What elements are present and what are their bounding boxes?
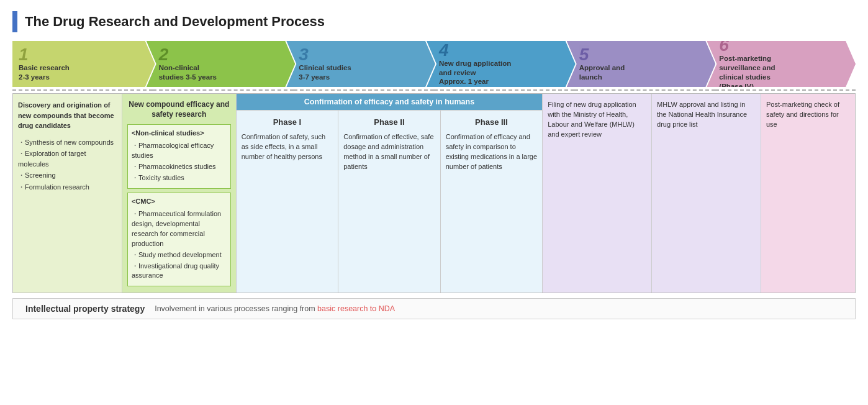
step-1-num: 1 <box>19 46 149 63</box>
bottom-bar-title: Intellectual property strategy <box>25 304 145 314</box>
step-2: 2 Non-clinicalstudies 3-5 years <box>147 41 296 87</box>
col-approval: MHLW approval and listing in the Nationa… <box>652 94 761 293</box>
cmc-bullet-1: Pharmaceutical formulation design, devel… <box>132 209 227 249</box>
col6-text: MHLW approval and listing in the Nationa… <box>657 100 756 130</box>
clinical-header-bar: Confirmation of efficacy and safety in h… <box>237 94 543 111</box>
step-6-label: Post-marketingsurveillance andclinical s… <box>719 54 849 91</box>
phase-2-text: Confirmation of effective, safe dosage a… <box>343 132 435 172</box>
col-postmarketing: Post-marketing check of safety and direc… <box>761 94 855 293</box>
step-5-label: Approval andlaunch <box>579 63 710 82</box>
step-1: 1 Basic research2-3 years <box>12 41 155 87</box>
step-4-num: 4 <box>439 42 569 59</box>
nonclinical-bullets: Pharmacological efficacy studies Pharmac… <box>132 141 227 183</box>
col-new-compound: New compound efficacy and safety researc… <box>122 94 237 293</box>
col5-text: Filing of new drug application with the … <box>548 100 646 140</box>
step-3-label: Clinical studies3-7 years <box>299 63 429 82</box>
nonclinical-bullet-1: Pharmacological efficacy studies <box>132 141 227 161</box>
nonclinical-bullet-3: Toxicity studies <box>132 173 227 183</box>
dotted-cell-5 <box>574 87 715 93</box>
arrow-row: 1 Basic research2-3 years 2 Non-clinical… <box>12 41 856 87</box>
step-3-num: 3 <box>299 46 429 63</box>
dotted-separator <box>12 87 856 93</box>
phase-1-text: Confirmation of safety, such as side eff… <box>242 132 333 162</box>
col1-text: Discovery and origination of new compoun… <box>18 100 117 192</box>
col-basic-research: Discovery and origination of new compoun… <box>13 94 122 293</box>
col-nda: Filing of new drug application with the … <box>543 94 652 293</box>
dotted-cell-3 <box>294 87 434 93</box>
phase-2-title: Phase II <box>343 117 435 129</box>
phase-2-box: Phase II Confirmation of effective, safe… <box>338 111 441 293</box>
dotted-cell-1 <box>12 87 153 93</box>
step-4: 4 New drug applicationand reviewApprox. … <box>427 41 576 87</box>
col7-text: Post-marketing check of safety and direc… <box>766 100 850 130</box>
page-title-row: The Drug Research and Development Proces… <box>12 11 856 32</box>
dotted-cell-2 <box>153 87 293 93</box>
step-2-label: Non-clinicalstudies 3-5 years <box>159 63 289 82</box>
dotted-cell-4 <box>434 87 574 93</box>
combined-clinical: Confirmation of efficacy and safety in h… <box>237 94 543 293</box>
phase-3-box: Phase III Confirmation of efficacy and s… <box>441 111 543 293</box>
cmc-bullet-2: Study method development <box>132 250 227 260</box>
main-content: Discovery and origination of new compoun… <box>12 93 856 293</box>
phase-3-text: Confirmation of efficacy and safety in c… <box>446 132 538 172</box>
phases-row: Phase I Confirmation of safety, such as … <box>237 111 543 293</box>
nonclinical-bullet-2: Pharmacokinetics studies <box>132 162 227 172</box>
nonclinical-section: <Non-clinical studies> Pharmacological e… <box>127 124 231 189</box>
phase-3-title: Phase III <box>446 117 538 129</box>
col1-bullet-4: Formulation research <box>18 182 117 193</box>
cmc-title: <CMC> <box>132 197 227 207</box>
phase-1-box: Phase I Confirmation of safety, such as … <box>237 111 339 293</box>
bottom-bar-text: Involvement in various processes ranging… <box>155 304 395 313</box>
col2-title: New compound efficacy and safety researc… <box>127 100 231 119</box>
cmc-section: <CMC> Pharmaceutical formulation design,… <box>127 193 231 287</box>
bottom-bar-highlight: basic research to NDA <box>317 304 395 313</box>
step-2-num: 2 <box>159 46 289 63</box>
col1-bullet-1: Synthesis of new compounds <box>18 137 117 148</box>
step-5-num: 5 <box>579 46 710 63</box>
step-4-label: New drug applicationand reviewApprox. 1 … <box>439 59 569 87</box>
col1-intro: Discovery and origination of new compoun… <box>18 101 114 129</box>
cmc-bullet-3: Investigational drug quality assurance <box>132 262 227 281</box>
step-1-label: Basic research2-3 years <box>19 63 149 82</box>
nonclinical-title: <Non-clinical studies> <box>132 129 227 139</box>
dotted-cell-6 <box>715 87 856 93</box>
phase-1-title: Phase I <box>242 117 333 129</box>
bottom-bar: Intellectual property strategy Involveme… <box>12 298 856 319</box>
cmc-bullets: Pharmaceutical formulation design, devel… <box>132 209 227 281</box>
col1-bullets: Synthesis of new compounds Exploration o… <box>18 137 117 193</box>
col1-bullet-3: Screening <box>18 170 117 181</box>
step-3: 3 Clinical studies3-7 years <box>286 41 435 87</box>
step-6: 6 Post-marketingsurveillance andclinical… <box>707 41 856 87</box>
title-accent <box>12 11 17 32</box>
step-6-num: 6 <box>719 37 849 54</box>
page-title: The Drug Research and Development Proces… <box>25 14 325 30</box>
col1-bullet-2: Exploration of target molecules <box>18 148 117 169</box>
step-5: 5 Approval andlaunch <box>567 41 716 87</box>
